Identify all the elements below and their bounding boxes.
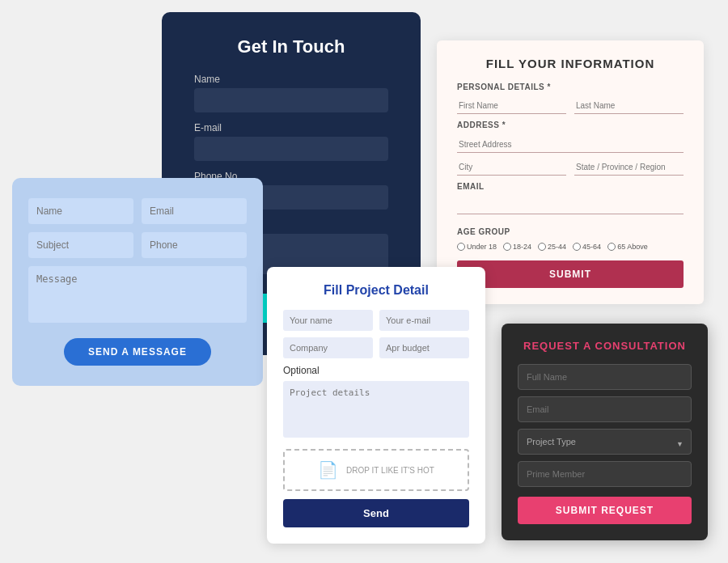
email-info-input[interactable] — [457, 198, 684, 214]
project-type-select[interactable]: Project Type — [518, 429, 692, 455]
blue-name-input[interactable] — [28, 198, 133, 224]
age-65above[interactable]: 65 Above — [607, 243, 648, 251]
submit-consultation-button[interactable]: SUBMIT REQUEST — [518, 497, 692, 524]
fill-info-title: FILL YOUR INFORMATION — [457, 57, 684, 70]
first-name-input[interactable] — [457, 98, 566, 114]
age-group-label: AGE GROUP — [457, 227, 684, 236]
city-input[interactable] — [457, 159, 566, 176]
project-name-input[interactable] — [283, 310, 373, 331]
personal-details-label: PERSONAL DETAILS * — [457, 83, 684, 91]
project-budget-input[interactable] — [379, 337, 469, 358]
project-detail-card: Fill Project Detail Optional 📄 DROP IT L… — [267, 267, 485, 544]
age-group-options: Under 18 18-24 25-44 45-64 65 Above — [457, 243, 684, 251]
send-project-button[interactable]: Send — [283, 499, 469, 527]
upload-icon: 📄 — [318, 460, 338, 480]
age-45-64[interactable]: 45-64 — [573, 243, 601, 251]
blue-message-textarea[interactable] — [28, 266, 247, 323]
project-email-input[interactable] — [379, 310, 469, 331]
blue-subject-input[interactable] — [28, 232, 133, 258]
drop-text: DROP IT LIKE IT'S HOT — [346, 466, 434, 475]
address-label: ADDRESS * — [457, 121, 684, 129]
project-details-textarea[interactable] — [283, 381, 469, 438]
consultation-email-input[interactable] — [518, 396, 692, 422]
submit-info-button[interactable]: SUBMIT — [457, 260, 684, 288]
age-25-44[interactable]: 25-44 — [538, 243, 566, 251]
age-under18[interactable]: Under 18 — [457, 243, 497, 251]
send-message-button[interactable]: SEND A MESSAGE — [64, 338, 211, 366]
age-18-24[interactable]: 18-24 — [503, 243, 531, 251]
consultation-fullname-input[interactable] — [518, 364, 692, 390]
email-section-label: EMAIL — [457, 182, 684, 191]
project-type-wrapper: Project Type — [518, 429, 692, 461]
street-address-input[interactable] — [457, 137, 684, 153]
name-input[interactable] — [194, 88, 388, 112]
optional-label: Optional — [283, 365, 469, 376]
email-input[interactable] — [194, 137, 388, 161]
project-company-input[interactable] — [283, 337, 373, 358]
project-detail-title: Fill Project Detail — [283, 283, 469, 298]
consultation-card: REQUEST A CONSULTATION Project Type SUBM… — [502, 324, 708, 540]
last-name-input[interactable] — [574, 98, 684, 114]
email-label: E-mail — [194, 122, 388, 133]
prime-member-input[interactable] — [518, 461, 692, 487]
fill-info-card: FILL YOUR INFORMATION PERSONAL DETAILS *… — [437, 40, 704, 304]
state-input[interactable] — [574, 159, 684, 176]
get-in-touch-title: Get In Touch — [194, 36, 388, 57]
consultation-title: REQUEST A CONSULTATION — [518, 340, 692, 352]
name-label: Name — [194, 74, 388, 85]
blue-phone-input[interactable] — [142, 232, 247, 258]
blue-email-input[interactable] — [142, 198, 247, 224]
drop-zone[interactable]: 📄 DROP IT LIKE IT'S HOT — [283, 449, 469, 491]
blue-contact-card: SEND A MESSAGE — [12, 178, 263, 386]
